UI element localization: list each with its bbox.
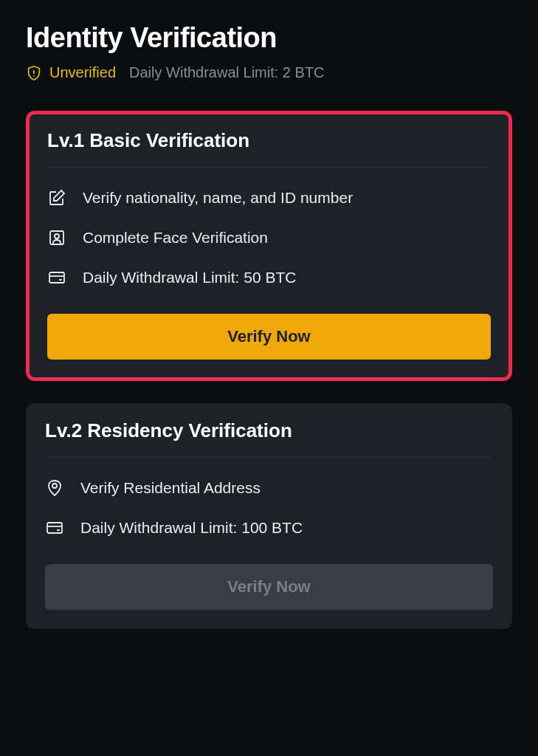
card-icon (47, 268, 66, 287)
card-title: Lv.2 Residency Verification (45, 419, 493, 458)
svg-rect-2 (50, 231, 63, 244)
svg-point-3 (55, 234, 59, 238)
list-item: Daily Withdrawal Limit: 50 BTC (47, 268, 491, 287)
verify-now-button-disabled: Verify Now (45, 564, 493, 610)
list-item: Verify Residential Address (45, 478, 493, 498)
verify-now-button[interactable]: Verify Now (47, 314, 491, 360)
svg-point-7 (52, 484, 57, 488)
status-badge: Unverified (49, 64, 116, 81)
face-id-icon (47, 228, 66, 247)
item-label: Daily Withdrawal Limit: 50 BTC (83, 269, 296, 286)
edit-icon (47, 188, 66, 207)
location-pin-icon (45, 478, 64, 498)
svg-point-1 (33, 75, 35, 76)
list-item: Complete Face Verification (47, 228, 491, 247)
verification-card-level-1: Lv.1 Basic Verification Verify nationali… (26, 111, 512, 381)
item-label: Verify Residential Address (80, 479, 261, 497)
card-icon (45, 518, 64, 537)
item-label: Complete Face Verification (83, 229, 268, 247)
shield-warning-icon (26, 65, 42, 81)
verification-card-level-2: Lv.2 Residency Verification Verify Resid… (26, 403, 512, 629)
status-row: Unverified Daily Withdrawal Limit: 2 BTC (26, 64, 512, 81)
page-title: Identity Verification (26, 22, 512, 54)
list-item: Daily Withdrawal Limit: 100 BTC (45, 518, 493, 537)
withdrawal-limit-text: Daily Withdrawal Limit: 2 BTC (129, 64, 325, 81)
item-label: Verify nationality, name, and ID number (83, 189, 353, 207)
svg-rect-4 (49, 272, 64, 283)
item-label: Daily Withdrawal Limit: 100 BTC (80, 519, 303, 537)
card-title: Lv.1 Basic Verification (47, 129, 491, 168)
list-item: Verify nationality, name, and ID number (47, 188, 491, 207)
svg-rect-8 (47, 523, 62, 533)
